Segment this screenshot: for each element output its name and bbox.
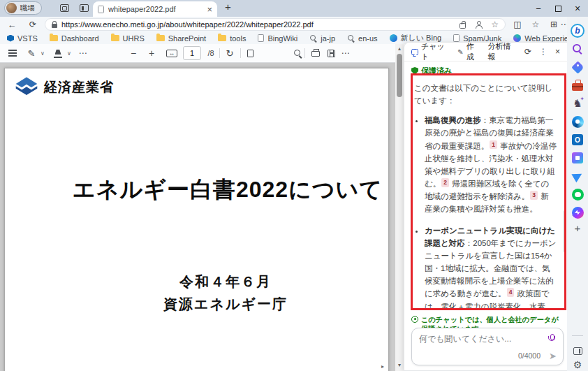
bookmark-sharepoint[interactable]: SharePoint [156,34,206,43]
citation-badge[interactable]: 4 [507,288,515,297]
minimize-button[interactable]: − [529,0,547,17]
highlighter-options-chevron-icon[interactable]: ∨ [65,44,73,62]
bing-copilot-button[interactable] [569,22,586,39]
chat-input-box[interactable]: 0/4000 ➤ [411,328,564,365]
url-text[interactable]: https://www.enecho.meti.go.jp/about/whit… [61,20,455,29]
favorite-star-icon[interactable]: ☆ [491,20,499,29]
close-window-button[interactable]: × [568,0,587,17]
pdf-more-icon[interactable]: ⋯ [339,44,352,62]
workspaces-icon[interactable] [60,4,69,12]
designer-button[interactable] [569,150,586,166]
bing-icon [390,34,397,42]
page-view-icon[interactable] [243,44,260,62]
shield-icon [411,67,418,75]
bookmark-web-experiences-te-[interactable]: Web Experiences Te... [513,34,567,43]
bookmark-dashboard[interactable]: Dashboard [50,34,99,43]
microsoft365-button[interactable] [569,113,586,130]
profile-in-page-icon[interactable] [475,21,482,28]
pdf-document-area[interactable]: 経済産業省 エネルギー白書2022について 令和４年６月 資源エネルギー庁 ▸ [0,63,395,371]
shopping-button[interactable] [569,59,586,75]
profile-button[interactable]: 職場 [4,1,42,15]
pdf-file-icon [98,6,104,13]
refresh-button[interactable]: ⟳ [25,17,41,32]
add-sidebar-app-button[interactable]: + [569,219,586,236]
favorites-hub-icon[interactable]: ☆ [528,17,543,32]
outlook-button[interactable] [569,131,586,148]
draw-pen-icon[interactable]: ✎ [25,44,38,62]
folder-icon [111,35,119,41]
tab-chat-label: チャット [421,41,448,62]
save-icon[interactable] [324,44,338,62]
tab-close-icon[interactable]: × [207,4,212,15]
chat-summary-area[interactable]: この文書は以下のことについて説明しています： 福島復興の進捗：東京電力福島第一原… [404,76,567,310]
chat-scrollbar-thumb[interactable] [564,210,566,252]
rotate-icon[interactable]: ↻ [222,44,237,62]
pdf-search-icon[interactable] [291,44,304,62]
tab-actions-icon[interactable] [80,4,89,12]
sidebar-close-icon[interactable]: × [555,47,560,57]
refresh-chat-icon[interactable]: ⟳ [524,47,531,57]
highlighter-icon[interactable] [52,44,64,62]
scroll-down-icon[interactable]: ▾ [395,362,404,368]
back-button[interactable]: ← [4,17,20,32]
page-number-input[interactable] [183,46,201,60]
bookmark-ja-jp[interactable]: ja-jp [309,34,335,43]
scroll-up-icon[interactable]: ▴ [395,45,404,52]
pdf-toolbar: ✎ ∨ ∨ ⋯ − + ↔ /8 ↻ ⋯ [0,44,395,63]
scrollbar-thumb[interactable] [397,54,402,97]
table-of-contents-icon[interactable] [6,44,20,62]
bookmark-tools[interactable]: tools [218,34,246,43]
search-icon [572,43,583,54]
fit-to-width-icon[interactable]: ↔ [163,44,180,62]
drop-button[interactable] [569,168,586,184]
zoom-in-button[interactable]: + [145,44,158,62]
meti-logo-mark [15,75,38,99]
bookmark-uhrs[interactable]: UHRS [111,34,145,43]
folder-icon [156,35,165,41]
tab-insights[interactable]: 分析情報 [488,41,515,62]
citation-badge[interactable]: 2 [441,178,449,187]
tools-icon [572,83,583,91]
pdf-page: 経済産業省 エネルギー白書2022について 令和４年６月 資源エネルギー庁 [4,68,389,371]
games-button[interactable] [569,95,586,112]
chat-input[interactable] [419,333,529,361]
messenger-button[interactable] [569,204,586,221]
meti-logo: 経済産業省 [15,75,114,99]
browser-tab[interactable]: whitepaper2022.pdf × [93,1,217,17]
line-button[interactable] [569,186,586,203]
print-icon[interactable] [309,44,323,62]
annotation-more-icon[interactable]: ⋯ [77,44,89,62]
document-agency: 資源エネルギー庁 [47,295,395,314]
bookmark-label: Dashboard [61,34,99,43]
bookmark-bingwiki[interactable]: BingWiki [258,34,297,43]
sidebar-settings-button[interactable]: ⚙ [569,356,586,371]
rail-divider [572,335,583,336]
bookmark-label: ja-jp [321,34,335,43]
sidebar-more-icon[interactable]: ⋮ [539,47,547,57]
microphone-icon[interactable] [548,334,554,343]
horizontal-scroll-arrow-icon[interactable]: ▸ [381,363,384,370]
maximize-button[interactable] [549,0,567,17]
pdf-vertical-scrollbar[interactable]: ▴ ▾ [395,44,404,371]
summary-list: 福島復興の進捗：東京電力福島第一原発の廃炉と福島の復興は経済産業省の最重要課題。… [414,114,557,310]
address-bar[interactable]: https://www.enecho.meti.go.jp/about/whit… [45,18,506,31]
split-screen-icon[interactable]: ◫ [510,17,525,32]
tab-compose[interactable]: ✎ 作成 [457,41,479,62]
bookmark-vsts[interactable]: VSTS [7,34,38,43]
shopping-icon [571,61,584,73]
tab-chat[interactable]: チャット [411,41,448,62]
new-tab-button[interactable]: + [225,1,231,13]
edge-sidebar-rail: + ⚙ [567,17,588,371]
bookmark-en-us[interactable]: en-us [347,34,378,43]
search-button[interactable] [569,41,586,57]
protected-badge: 保護済み [411,66,452,76]
citation-badge[interactable]: 3 [530,191,538,200]
send-icon[interactable]: ➤ [549,351,557,361]
toolbar-divider [240,48,241,58]
citation-badge[interactable]: 1 [490,140,497,150]
tools-button[interactable] [569,77,586,94]
shopping-hint-icon[interactable] [460,23,466,29]
messenger-icon [572,207,584,219]
pen-options-chevron-icon[interactable]: ∨ [38,44,47,62]
zoom-out-button[interactable]: − [127,44,140,62]
